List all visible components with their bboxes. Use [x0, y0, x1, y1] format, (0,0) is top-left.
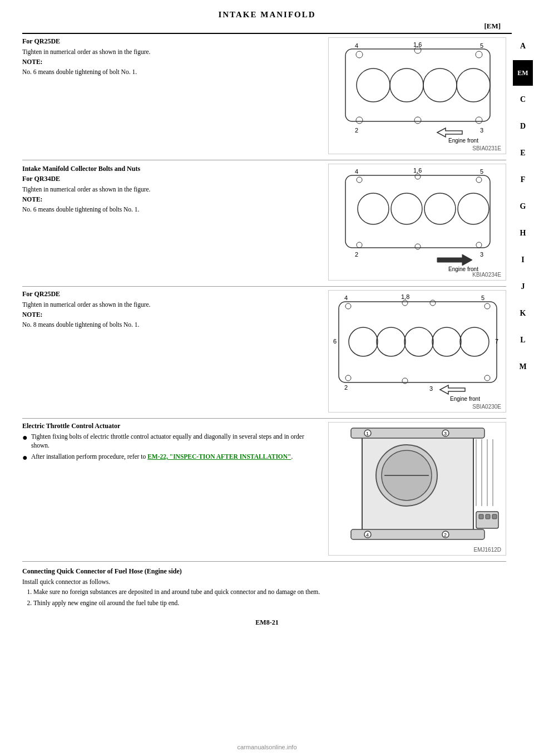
bullet-dot-1: ● — [22, 433, 31, 442]
svg-text:1,6: 1,6 — [413, 167, 422, 174]
svg-text:2: 2 — [344, 384, 348, 391]
svg-point-22 — [458, 193, 489, 224]
svg-point-28 — [476, 242, 482, 248]
svg-rect-18 — [345, 175, 490, 248]
section2-diagram: 4 1,6 5 2 3 Engine front — [329, 164, 507, 276]
section4-image-id: EMJ1612D — [472, 546, 503, 554]
page-footer: EM8-21 — [0, 618, 534, 632]
section2-image: 4 1,6 5 2 3 Engine front KBIA0234E — [328, 164, 506, 281]
sidebar-D: D — [513, 114, 533, 139]
section5-step1: Make sure no foreign substances are depo… — [33, 587, 506, 596]
svg-point-24 — [415, 174, 421, 179]
svg-point-10 — [476, 117, 482, 124]
section1-note-text: No. 6 means double tightening of bolt No… — [22, 67, 317, 76]
tag-line: [EM] — [0, 22, 534, 31]
divider3 — [22, 418, 506, 419]
section1-text: For QR25DE Tighten in numerical order as… — [22, 37, 328, 77]
section1-heading: For QR25DE — [22, 37, 317, 46]
svg-text:2: 2 — [444, 532, 447, 538]
sidebar-A: A — [513, 33, 533, 59]
section3-note-label: NOTE: — [22, 310, 317, 319]
sidebar-I: I — [513, 247, 533, 273]
page-title: INTAKE MANIFOLD — [0, 6, 534, 22]
divider2 — [22, 286, 506, 287]
section3-text: For QR25DE Tighten in numerical order as… — [22, 290, 328, 330]
section4-text: Electric Throttle Control Actuator ● Tig… — [22, 422, 328, 464]
svg-point-4 — [457, 68, 490, 102]
sidebar-C: C — [513, 87, 533, 112]
section4-bullet2-start: After installation perform procedure, re… — [31, 453, 147, 460]
svg-point-39 — [404, 327, 433, 356]
section5-subheading: Install quick connector as follows. — [22, 577, 506, 586]
sidebar-F: F — [513, 167, 533, 193]
section4-bullet2: ● After installation perform procedure, … — [22, 452, 317, 462]
section3-line1: Tighten in numerical order as shown in t… — [22, 300, 317, 309]
svg-text:3: 3 — [444, 431, 447, 436]
svg-point-9 — [414, 117, 421, 124]
svg-point-27 — [415, 244, 421, 249]
section3-image-id: SBIA0230E — [470, 402, 503, 411]
sidebar-J: J — [513, 274, 533, 300]
svg-rect-74 — [486, 514, 490, 519]
svg-point-7 — [476, 51, 482, 58]
svg-point-20 — [391, 193, 422, 224]
svg-point-5 — [356, 51, 363, 58]
svg-text:3: 3 — [480, 127, 483, 134]
section5-block: Connecting Quick Connector of Fuel Hose … — [22, 567, 506, 607]
svg-text:1,8: 1,8 — [401, 293, 409, 300]
section4-heading: Electric Throttle Control Actuator — [22, 422, 317, 430]
section2-sub-heading: For QR34DE — [22, 175, 317, 183]
section2-block: Intake Manifold Collector Bolts and Nuts… — [22, 164, 506, 281]
svg-marker-16 — [437, 128, 462, 137]
svg-rect-0 — [345, 49, 490, 121]
sidebar-G: G — [513, 194, 533, 219]
svg-text:1,6: 1,6 — [413, 41, 422, 48]
section4-bullet1: ● Tighten fixing bolts of electric throt… — [22, 432, 317, 450]
section2-text: Intake Manifold Collector Bolts and Nuts… — [22, 164, 328, 215]
svg-point-3 — [423, 68, 457, 102]
svg-text:Engine front: Engine front — [450, 396, 480, 402]
svg-point-48 — [484, 375, 490, 381]
svg-text:1: 1 — [366, 431, 369, 436]
svg-point-2 — [390, 68, 423, 102]
svg-point-25 — [476, 177, 482, 183]
svg-point-1 — [357, 68, 390, 102]
svg-point-42 — [345, 303, 351, 309]
section4-diagram: 1 3 4 2 — [329, 423, 507, 551]
section2-line1: Tighten in numerical order as shown in t… — [22, 185, 317, 194]
section3-block: For QR25DE Tighten in numerical order as… — [22, 290, 506, 413]
section3-heading: For QR25DE — [22, 290, 317, 298]
svg-point-26 — [357, 242, 362, 248]
section5-list: Make sure no foreign substances are depo… — [22, 587, 506, 607]
svg-point-37 — [349, 327, 378, 356]
svg-text:3: 3 — [480, 251, 483, 258]
section4-block: Electric Throttle Control Actuator ● Tig… — [22, 422, 506, 556]
svg-point-46 — [345, 375, 351, 381]
svg-point-23 — [357, 177, 362, 183]
svg-text:4: 4 — [344, 294, 348, 301]
svg-text:6: 6 — [333, 338, 337, 345]
section3-diagram: 4 1,8 5 6 7 2 3 Engine front — [329, 291, 507, 408]
section3-image: 4 1,8 5 6 7 2 3 Engine front SBIA0230E — [328, 290, 506, 413]
svg-text:2: 2 — [355, 127, 358, 134]
svg-text:3: 3 — [429, 385, 433, 392]
svg-rect-75 — [492, 514, 497, 519]
section2-image-id: KBIA0234E — [470, 271, 503, 279]
svg-point-44 — [430, 300, 436, 306]
section1-line1: Tighten in numerical order as shown in t… — [22, 47, 317, 56]
right-sidebar: A EM C D E F G H I J K L M — [512, 33, 534, 701]
svg-point-45 — [484, 303, 490, 309]
divider1 — [22, 160, 506, 160]
bullet-dot-2: ● — [22, 453, 31, 462]
sidebar-EM: EM — [513, 60, 533, 86]
svg-point-43 — [402, 300, 408, 306]
section5-step2: Thinly apply new engine oil around the f… — [33, 598, 506, 607]
svg-rect-36 — [339, 302, 497, 382]
svg-text:5: 5 — [481, 294, 484, 301]
section5-heading: Connecting Quick Connector of Fuel Hose … — [22, 567, 506, 576]
svg-text:4: 4 — [355, 42, 358, 49]
sidebar-H: H — [513, 220, 533, 246]
svg-text:5: 5 — [480, 42, 483, 49]
section4-link[interactable]: EM-22, "INSPEC-TION AFTER INSTALLATION" — [147, 453, 291, 460]
svg-text:2: 2 — [355, 251, 358, 258]
